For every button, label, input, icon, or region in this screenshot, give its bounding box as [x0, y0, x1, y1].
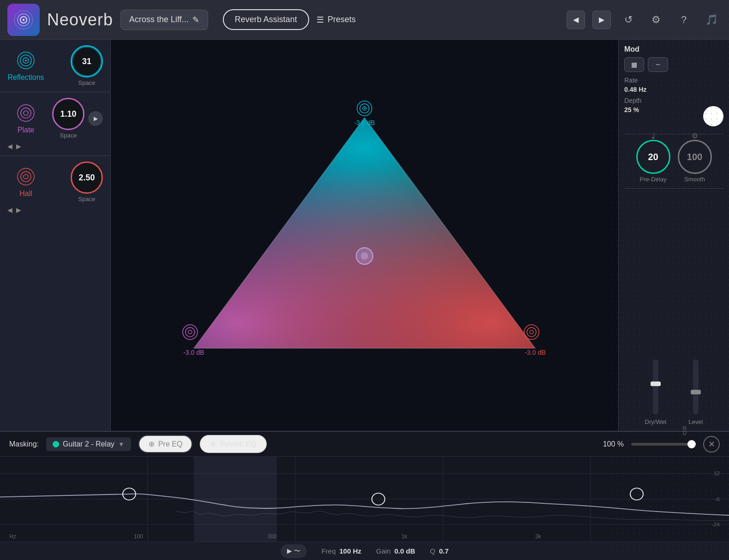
- pre-eq-tab[interactable]: ⊕ Pre EQ: [138, 435, 192, 453]
- reflections-label-group: Reflections: [7, 50, 44, 82]
- top-reverb-point[interactable]: [357, 101, 372, 116]
- hall-arrow-controls: ◀ ▶: [7, 206, 103, 214]
- hall-space-knob-group: 2.50 Space: [71, 161, 103, 203]
- bl-db-label: -3.0 dB: [183, 349, 204, 356]
- right-panel: Mod ▦ ～ Rate 0.48 Hz Depth 25 %: [618, 40, 729, 431]
- level-fader[interactable]: [693, 359, 699, 415]
- svg-point-11: [18, 168, 34, 185]
- left-panel: Reflections 31 Space Plate: [0, 40, 111, 431]
- q-label: Q: [430, 547, 436, 555]
- plate-prev-button[interactable]: ◀: [7, 143, 12, 150]
- masking-label: Masking:: [9, 440, 39, 448]
- edit-icon: ✎: [192, 15, 199, 25]
- reflections-icon: [16, 50, 36, 71]
- prev-preset-button[interactable]: ◀: [567, 11, 585, 29]
- eq-graph[interactable]: 12 -6 -24: [0, 457, 729, 542]
- app-title: Neoverb: [47, 10, 113, 30]
- preset-selector[interactable]: Across the Liff... ✎: [120, 10, 208, 30]
- plate-label-group: Plate: [7, 103, 44, 134]
- svg-point-3: [23, 19, 24, 21]
- presets-button[interactable]: ☰ Presets: [317, 15, 356, 25]
- dry-wet-label: Dry/Wet: [645, 418, 667, 425]
- svg-point-30: [185, 328, 195, 337]
- svg-point-33: [527, 328, 536, 337]
- eq-canvas-area: 12 -6 -24 Hz 100 300 1k 3k: [0, 457, 729, 542]
- freq-hz-label: Hz: [9, 533, 16, 540]
- svg-point-10: [24, 111, 28, 115]
- q-value: 0.7: [439, 547, 448, 555]
- pre-delay-knob[interactable]: 20: [636, 140, 670, 174]
- svg-point-29: [183, 325, 197, 340]
- center-visualization: -3.0 dB -3.0 dB -3.0 dB: [111, 40, 618, 431]
- svg-point-34: [530, 330, 533, 334]
- hall-reverb-point[interactable]: [524, 325, 539, 340]
- freq-1k-label: 1k: [401, 533, 407, 540]
- svg-text:-6: -6: [715, 496, 720, 501]
- gain-label: Gain: [376, 547, 391, 555]
- masking-source-selector[interactable]: Guitar 2 - Relay ▼: [46, 437, 131, 451]
- gain-value: 0.0 dB: [394, 547, 415, 555]
- svg-text:12: 12: [714, 471, 720, 476]
- hall-space-label: Space: [78, 196, 96, 203]
- dry-wet-fader[interactable]: [653, 359, 658, 415]
- svg-point-31: [188, 330, 192, 334]
- hall-next-button[interactable]: ▶: [16, 206, 21, 214]
- plate-label: Plate: [18, 126, 34, 134]
- masking-chevron-icon: ▼: [118, 441, 125, 448]
- plate-arrow-controls: ◀ ▶: [7, 143, 103, 150]
- freq-value: 100 Hz: [339, 547, 361, 555]
- svg-point-28: [364, 108, 365, 109]
- smooth-knob[interactable]: 100: [678, 140, 712, 174]
- hall-space-knob[interactable]: 2.50: [71, 161, 103, 194]
- plate-icon: [16, 103, 36, 123]
- svg-rect-42: [194, 457, 277, 542]
- pre-eq-icon: ⊕: [149, 440, 155, 448]
- top-db-label: -3.0 dB: [354, 119, 375, 126]
- reverb-eq-tab[interactable]: ⊕ Reverb EQ: [200, 435, 266, 453]
- reverb-assistant-button[interactable]: Reverb Assistant: [223, 9, 309, 30]
- svg-point-13: [24, 174, 28, 179]
- plate-play-button[interactable]: ▶: [88, 111, 103, 126]
- app-logo: [7, 4, 40, 36]
- reflections-space-label: Space: [78, 79, 96, 86]
- svg-point-9: [21, 108, 31, 118]
- reflections-section: Reflections 31 Space: [0, 40, 110, 92]
- masking-source-name: Guitar 2 - Relay: [63, 440, 114, 448]
- hall-label-group: Hall: [7, 167, 44, 198]
- reflections-space-knob-group: 31 Space: [71, 45, 103, 86]
- eq-curve: [0, 494, 729, 515]
- hall-icon: [16, 167, 36, 187]
- menu-icon: ☰: [317, 15, 324, 25]
- hall-section: Hall 2.50 Space ◀ ▶: [0, 156, 110, 219]
- dry-wet-fader-group: Dry/Wet: [645, 359, 667, 425]
- main-area: Reflections 31 Space Plate: [0, 40, 729, 431]
- plate-space-knob[interactable]: 1.10: [52, 98, 84, 130]
- play-filter-button[interactable]: ▶ 〜: [281, 544, 307, 558]
- svg-text:-24: -24: [712, 522, 720, 527]
- svg-rect-23: [111, 90, 618, 381]
- freq-300-label: 300: [268, 533, 277, 540]
- center-mix-orb-inner: [361, 252, 368, 260]
- reflections-space-knob[interactable]: 31: [71, 45, 103, 77]
- preset-name: Across the Liff...: [129, 15, 189, 24]
- eq-point-3[interactable]: [630, 488, 643, 500]
- freq-100-label: 100: [134, 533, 143, 540]
- gain-info-item: Gain 0.0 dB: [376, 547, 415, 555]
- plate-space-knob-group: 1.10 Space: [52, 98, 84, 139]
- hall-label: Hall: [19, 190, 32, 198]
- next-preset-button[interactable]: ▶: [592, 11, 611, 29]
- masking-dot: [53, 441, 59, 447]
- svg-point-32: [524, 325, 539, 340]
- svg-point-8: [18, 105, 34, 121]
- reverb-triangle-viz[interactable]: -3.0 dB -3.0 dB -3.0 dB: [111, 40, 618, 431]
- reflections-label: Reflections: [7, 73, 44, 82]
- plate-section: Plate 1.10 Space ▶ ◀ ▶: [0, 92, 110, 156]
- freq-label: Freq: [322, 547, 336, 555]
- svg-point-7: [25, 60, 27, 61]
- plate-reverb-point[interactable]: [183, 325, 197, 340]
- hall-prev-button[interactable]: ◀: [7, 206, 12, 214]
- plate-space-label: Space: [60, 132, 77, 139]
- r-indicator: R: [683, 425, 687, 432]
- freq-3k-label: 3k: [535, 533, 541, 540]
- plate-next-button[interactable]: ▶: [16, 143, 21, 150]
